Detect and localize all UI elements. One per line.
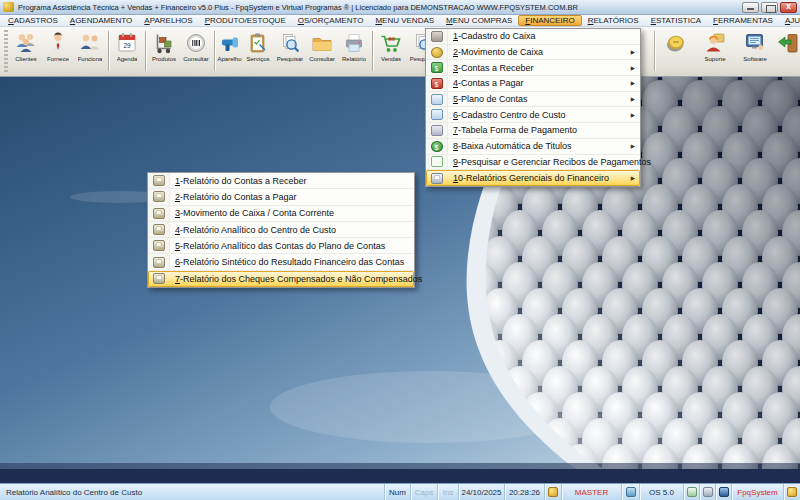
menu-ajuda[interactable]: AJUDA	[779, 15, 800, 26]
minimize-button[interactable]	[742, 2, 759, 13]
toolbar-separator	[372, 31, 373, 71]
menu-financeiro[interactable]: FINANCEIRO	[518, 15, 581, 26]
menu-produto-estoque[interactable]: PRODUTO/ESTOQUE	[199, 15, 292, 26]
calendar-icon: 29	[115, 31, 139, 55]
menu-item-baixa-automatica[interactable]: $ 8-Baixa Automática de Titulos	[426, 139, 640, 155]
toolbar-right-group: Suporte Software	[652, 27, 800, 77]
system-chip-icon	[626, 487, 636, 497]
toolbar-button-vendas[interactable]: Vendas	[375, 28, 407, 74]
clipboard-icon	[246, 31, 270, 55]
menu-cadastros[interactable]: CADASTROS	[2, 15, 64, 26]
toolbar-grip[interactable]	[4, 30, 8, 72]
submenu-item-relatorio-cheques[interactable]: 7-Relatório dos Cheques Compensados e Nã…	[148, 271, 414, 287]
menu-item-relatorios-gerenciais[interactable]: 10-Relatórios Gerenciais do Financeiro	[426, 170, 640, 186]
maximize-button[interactable]	[761, 2, 778, 13]
payment-card-icon	[431, 125, 443, 136]
toolbar-button-funciona[interactable]: Funciona	[74, 28, 106, 74]
toolbar: Clientes Fornece Funciona 29 Agenda	[0, 27, 800, 77]
close-button[interactable]	[780, 2, 797, 13]
menu-item-plano-contas[interactable]: 5-Plano de Contas	[426, 92, 640, 108]
status-note-panel[interactable]	[684, 484, 700, 500]
submenu-item-relatorio-contas-pagar[interactable]: 2-Relatório do Contas a Pagar	[148, 189, 414, 205]
folder-icon	[310, 31, 334, 55]
status-bar: Relatório Analítico do Centro de Custo N…	[0, 483, 800, 500]
monitor-icon	[719, 487, 729, 497]
menu-item-cadastro-caixa[interactable]: 1-Cadastro do Caixa	[426, 29, 640, 45]
app-icon	[3, 2, 14, 12]
status-user: MASTER	[562, 484, 622, 500]
printer-icon	[153, 175, 165, 186]
status-chip-panel	[622, 484, 640, 500]
status-caps: Caps	[411, 484, 438, 500]
toolbar-button-software[interactable]: Software	[735, 28, 775, 74]
menu-ferramentas[interactable]: FERRAMENTAS	[707, 15, 779, 26]
toolbar-button-relatorio-os[interactable]: Relatório	[338, 28, 370, 74]
toolbar-button-clientes[interactable]: Clientes	[10, 28, 42, 74]
toolbar-button-produtos[interactable]: Produtos	[148, 28, 180, 74]
submenu-item-movimento-caixa-conta-corrente[interactable]: 3-Movimento de Caixa / Conta Corrente	[148, 206, 414, 222]
device-icon	[218, 31, 242, 55]
search-docs-icon	[278, 31, 302, 55]
mascot-icon	[787, 487, 797, 497]
toolbar-button-fornece[interactable]: Fornece	[42, 28, 74, 74]
receipt-icon	[431, 156, 443, 167]
toolbar-button-sair[interactable]	[775, 28, 800, 74]
menu-item-movimento-caixa[interactable]: 2-Movimento de Caixa	[426, 45, 640, 61]
supplier-icon	[46, 31, 70, 55]
submenu-item-relatorio-sintetico-resultado[interactable]: 6-Relatório Sintético do Resultado Finan…	[148, 254, 414, 270]
coin-icon	[664, 31, 688, 55]
clients-icon	[14, 31, 38, 55]
status-monitor-panel[interactable]	[716, 484, 732, 500]
exit-door-icon	[776, 31, 800, 55]
toolbar-button-caixa[interactable]	[657, 28, 695, 74]
menu-item-forma-pagamento[interactable]: 7-Tabela Forma de Pagamento	[426, 123, 640, 139]
software-monitor-icon	[743, 31, 767, 55]
notepad-icon	[687, 487, 697, 497]
printer-icon	[153, 257, 165, 268]
svg-text:29: 29	[123, 42, 131, 49]
status-message: Relatório Analítico do Centro de Custo	[0, 484, 385, 500]
printer-icon	[153, 191, 165, 202]
toolbar-button-agenda[interactable]: 29 Agenda	[111, 28, 143, 74]
status-brand: FpqSystem	[732, 484, 784, 500]
dollar-icon: $	[431, 141, 443, 152]
cash-register-icon	[431, 31, 443, 42]
title-bar: Programa Assistência Técnica + Vendas + …	[0, 0, 800, 15]
toolbar-button-aparelho[interactable]: Aparelho	[217, 28, 242, 74]
menu-menu-vendas[interactable]: MENU VENDAS	[369, 15, 440, 26]
menu-agendamento[interactable]: AGENDAMENTO	[64, 15, 139, 26]
toolbar-button-consultar-os[interactable]: Consultar	[306, 28, 338, 74]
menu-aparelhos[interactable]: APARELHOS	[138, 15, 198, 26]
toolbar-separator	[654, 31, 655, 71]
menu-os-orcamento[interactable]: OS/ORÇAMENTO	[292, 15, 370, 26]
cost-center-icon	[431, 109, 443, 120]
coins-icon	[431, 47, 443, 58]
toolbar-separator	[108, 31, 109, 71]
menu-relatorios[interactable]: RELATÓRIOS	[582, 15, 645, 26]
menu-menu-compras[interactable]: MENU COMPRAS	[440, 15, 518, 26]
status-mascot-panel	[545, 484, 562, 500]
money-out-icon: $	[431, 78, 443, 89]
menu-estatistica[interactable]: ESTATISTICA	[645, 15, 707, 26]
toolbar-button-consultar-produto[interactable]: Consultar	[180, 28, 212, 74]
handtruck-icon	[152, 31, 176, 55]
toolbar-button-servicos[interactable]: Serviços	[242, 28, 274, 74]
submenu-item-relatorio-analitico-plano-contas[interactable]: 5-Relatório Analítico das Contas do Plan…	[148, 238, 414, 254]
printer-icon	[703, 487, 713, 497]
status-date: 24/10/2025	[459, 484, 505, 500]
printer-icon	[153, 240, 165, 251]
menu-item-contas-pagar[interactable]: $ 4-Contas a Pagar	[426, 76, 640, 92]
menu-item-recibos-pagamentos[interactable]: 9-Pesquisar e Gerenciar Recibos de Pagam…	[426, 155, 640, 171]
status-print-panel[interactable]	[700, 484, 716, 500]
printer-icon	[153, 273, 165, 284]
menu-item-centro-custo[interactable]: 6-Cadastro Centro de Custo	[426, 107, 640, 123]
menu-item-contas-receber[interactable]: $ 3-Contas a Receber	[426, 60, 640, 76]
status-time: 20:28:26	[505, 484, 545, 500]
toolbar-separator	[214, 31, 215, 71]
report-printer-icon	[342, 31, 366, 55]
toolbar-button-suporte[interactable]: Suporte	[695, 28, 735, 74]
printer-icon	[431, 173, 443, 184]
submenu-item-relatorio-analitico-centro-custo[interactable]: 4-Relatório Analítico do Centro de Custo	[148, 222, 414, 238]
toolbar-button-pesquisar-os[interactable]: Pesquisar	[274, 28, 306, 74]
submenu-item-relatorio-contas-receber[interactable]: 1-Relatório do Contas a Receber	[148, 173, 414, 189]
